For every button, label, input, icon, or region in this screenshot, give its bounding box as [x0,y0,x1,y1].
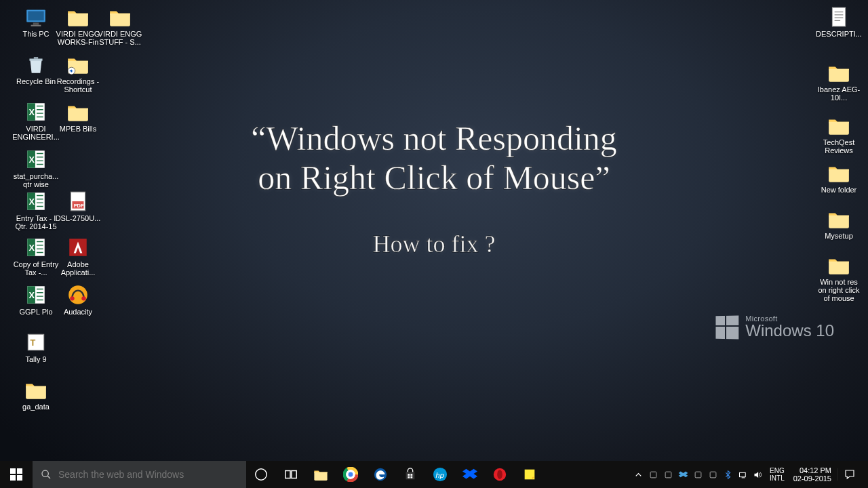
desktop-icon-label: New folder [815,186,863,194]
taskbar-hp-button[interactable]: hp [425,461,455,488]
desktop-icon-label: Recycle Bin [12,77,60,85]
windows10-watermark: Microsoft Windows 10 [715,315,834,339]
taskbar-taskview-button[interactable] [276,461,306,488]
taskbar: hp ENGINTL 04:12 PM02-09-2015 [0,461,868,488]
svg-rect-20 [17,468,22,474]
desktop-icon-recycle-bin[interactable]: Recycle Bin [12,53,60,85]
desktop-icon-entry-tax[interactable]: Entry Tax - I Qtr. 2014-15 [12,190,60,230]
desktop-icon-label: Tally 9 [12,355,60,363]
svg-rect-34 [408,474,410,476]
excel-icon [24,236,47,259]
desktop-icon-mpeb-bills[interactable]: MPEB Bills [54,100,102,133]
svg-rect-25 [285,471,290,479]
desktop-icon-ga-data[interactable]: ga_data [12,378,60,411]
desktop-icon-label: Recordings - Shortcut [54,77,102,94]
tray-app1[interactable] [646,461,660,488]
desktop-icon-ggpl-plo[interactable]: GGPL Plo [12,283,60,316]
tray-up[interactable] [631,461,646,488]
search-input[interactable] [58,469,238,480]
tray-app4[interactable] [705,461,720,488]
folder-icon [827,114,850,137]
svg-rect-37 [410,476,412,479]
taskbar-notes-button[interactable] [515,461,545,488]
desktop-icon-descripti[interactable]: DESCRIPTI... [815,5,863,38]
taskbar-opera-button[interactable] [485,461,515,488]
desktop-icon-tally9[interactable]: Tally 9 [12,331,60,363]
desktop-icon-new-folder[interactable]: New folder [815,161,863,194]
folder-icon [24,378,47,401]
desktop-icon-dsl-2750u[interactable]: DSL-2750U... [54,190,102,222]
tray-net[interactable] [735,461,750,488]
desktop-icon-label: This PC [12,30,60,38]
svg-point-23 [42,470,48,476]
search-box[interactable] [33,461,246,488]
desktop-icon-copy-entry-tax[interactable]: Copy of Entry Tax -... [12,236,60,277]
tray-app2[interactable] [660,461,675,488]
folder-icon [66,5,90,28]
cortana-mic-button[interactable] [246,461,276,488]
folder-icon [827,161,850,184]
windows-logo-icon [716,315,739,339]
excel-icon [24,283,47,306]
recycle-icon [24,53,47,76]
svg-rect-35 [410,474,412,476]
desktop-icon-label: Mysetup [815,232,863,240]
desktop[interactable]: This PCVIRDI ENGG WORKS-FinVIRDI ENGG ST… [0,0,868,461]
folder-icon [827,207,850,230]
search-icon [41,469,52,480]
pc-icon [24,5,47,28]
desktop-icon-techqest-reviews[interactable]: TechQest Reviews [815,114,863,155]
audacity-icon [66,283,90,306]
taskbar-edge-button[interactable] [366,461,395,488]
taskbar-dropbox-button[interactable] [455,461,485,488]
desktop-icon-label: stat_purcha... qtr wise [12,172,60,188]
desktop-icon-audacity[interactable]: Audacity [54,283,102,316]
folder-shortcut-icon [66,53,90,76]
tray-bt[interactable] [720,461,735,488]
taskbar-store-button[interactable] [395,461,425,488]
desktop-icon-ibanez[interactable]: Ibanez AEG-10I... [815,61,863,102]
svg-point-24 [256,469,267,481]
svg-rect-43 [650,472,656,478]
desktop-icon-this-pc[interactable]: This PC [12,5,60,38]
system-tray: ENGINTL 04:12 PM02-09-2015 [631,461,868,488]
svg-rect-21 [10,475,16,481]
desktop-icon-adobe-applicati[interactable]: Adobe Applicati... [54,236,102,277]
folder-icon [827,61,850,84]
desktop-icon-label: Entry Tax - I Qtr. 2014-15 [12,214,60,230]
taskbar-chrome-button[interactable] [336,461,366,488]
desktop-icon-virdi-engg-stuff-s[interactable]: VIRDI ENGG STUFF - S... [96,5,144,46]
desktop-icon-label: MPEB Bills [54,125,102,133]
folder-icon [66,100,90,123]
desktop-icon-label: DESCRIPTI... [815,30,863,38]
desktop-icon-mysetup[interactable]: Mysetup [815,207,863,240]
start-button[interactable] [0,461,33,488]
desktop-icon-virdi-engg-works-fin[interactable]: VIRDI ENGG WORKS-Fin [54,5,102,46]
excel-icon [24,190,47,213]
svg-rect-47 [739,472,745,476]
folder-icon [827,253,850,277]
desktop-icon-label: GGPL Plo [12,308,60,316]
desktop-icon-label: VIRDI ENGINEERI... [12,125,60,141]
desktop-icon-recordings-shortcut[interactable]: Recordings - Shortcut [54,53,102,94]
adobe-icon [66,236,90,259]
desktop-icon-stat-purcha[interactable]: stat_purcha... qtr wise [12,148,60,188]
excel-icon [24,148,47,171]
desktop-icon-label: Win not res on right click of mouse [815,278,863,302]
desktop-icon-win-not-res[interactable]: Win not res on right click of mouse [815,253,863,302]
svg-rect-36 [408,476,410,479]
clock[interactable]: 04:12 PM02-09-2015 [789,466,835,483]
desktop-icon-label: Ibanez AEG-10I... [815,85,863,102]
tray-vol[interactable] [750,461,765,488]
tray-app3[interactable] [690,461,705,488]
svg-rect-19 [10,468,16,474]
desktop-icon-label: Audacity [54,308,102,316]
desktop-icon-virdi-engineeri[interactable]: VIRDI ENGINEERI... [12,100,60,141]
svg-point-41 [497,470,502,479]
tray-dropbox[interactable] [675,461,690,488]
desktop-icon-label: TechQest Reviews [815,138,863,155]
taskbar-explorer-button[interactable] [306,461,336,488]
action-center-button[interactable] [837,468,861,481]
watermark-product: Windows 10 [745,323,834,339]
language-indicator[interactable]: ENGINTL [767,467,787,482]
